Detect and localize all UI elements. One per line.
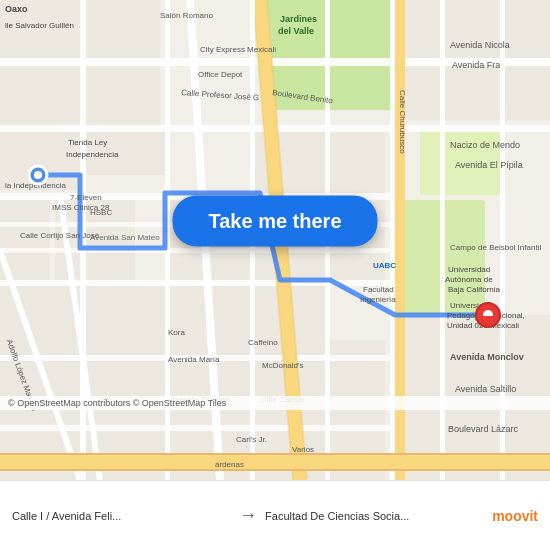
svg-text:Calle Churubusco: Calle Churubusco [398,90,407,154]
destination-label: Facultad De Ciencias Socia... [265,510,484,522]
bottom-bar: Calle I / Avenida Feli... → Facultad De … [0,480,550,550]
svg-text:IMSS Clínica 28: IMSS Clínica 28 [52,203,110,212]
svg-text:Universidad: Universidad [448,265,490,274]
svg-text:Boulevard Lázarc: Boulevard Lázarc [448,424,519,434]
attribution-text: © OpenStreetMap contributors © OpenStree… [8,398,226,408]
svg-text:Avenida El Pípila: Avenida El Pípila [455,160,523,170]
svg-text:UABC: UABC [373,261,396,270]
map-container: Boulevard Benito Calle Profesor José G C… [0,0,550,480]
svg-text:Varios: Varios [292,445,314,454]
svg-text:Nacizo de Mendo: Nacizo de Mendo [450,140,520,150]
svg-rect-53 [0,469,550,471]
svg-rect-32 [0,248,390,253]
svg-text:Avenida María: Avenida María [168,355,220,364]
svg-text:Avenida Saltillo: Avenida Saltillo [455,384,516,394]
attribution-bar: © OpenStreetMap contributors © OpenStree… [0,396,550,410]
svg-rect-21 [330,130,385,200]
svg-text:Avenida Monclov: Avenida Monclov [450,352,524,362]
svg-text:Baja California: Baja California [448,285,501,294]
svg-text:Jardines: Jardines [280,14,317,24]
svg-text:7-Eleven: 7-Eleven [70,193,102,202]
svg-text:Tienda Ley: Tienda Ley [68,138,107,147]
svg-text:Autónoma de: Autónoma de [445,275,493,284]
svg-text:Oaxo: Oaxo [5,4,28,14]
svg-text:McDonald's: McDonald's [262,361,304,370]
svg-text:Ingeniería: Ingeniería [360,295,396,304]
svg-text:Facultad: Facultad [363,285,394,294]
svg-text:Campo de Beisbol Infantil: Campo de Beisbol Infantil [450,243,541,252]
svg-text:árdenas: árdenas [215,460,244,469]
svg-text:Calle Cortijo San José: Calle Cortijo San José [20,231,100,240]
svg-text:Office Depot: Office Depot [198,70,243,79]
svg-rect-12 [85,285,165,355]
svg-text:Kora: Kora [168,328,185,337]
moovit-logo: moovit [492,508,538,524]
svg-text:Salón Romano: Salón Romano [160,11,213,20]
svg-point-100 [34,171,42,179]
svg-text:lle Salvador Guillén: lle Salvador Guillén [5,21,74,30]
route-arrow: → [239,505,257,526]
svg-rect-51 [0,455,550,469]
svg-text:Avenida San Mateo: Avenida San Mateo [90,233,160,242]
svg-text:Carl's Jr.: Carl's Jr. [236,435,267,444]
svg-text:Avenida Fra: Avenida Fra [452,60,500,70]
svg-text:City Express Mexicali: City Express Mexicali [200,45,276,54]
svg-rect-52 [0,453,550,455]
route-info: Calle I / Avenida Feli... → Facultad De … [12,505,538,526]
take-me-there-button[interactable]: Take me there [172,195,377,246]
origin-label: Calle I / Avenida Feli... [12,510,231,522]
moovit-brand-text: moovit [492,508,538,524]
svg-text:Independencia: Independencia [66,150,119,159]
svg-text:del Valle: del Valle [278,26,314,36]
svg-text:Caffeino: Caffeino [248,338,278,347]
svg-text:Avenida Nicola: Avenida Nicola [450,40,510,50]
